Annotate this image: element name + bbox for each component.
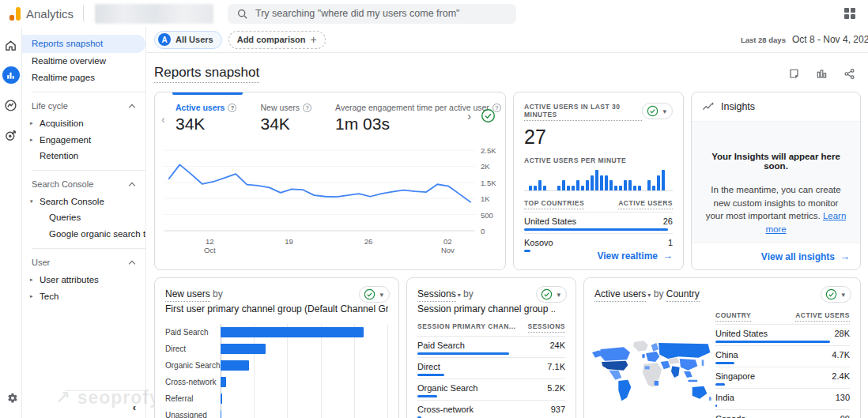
account-switcher-redacted[interactable] xyxy=(95,4,213,24)
sidebar-item-tech[interactable]: ▸Tech xyxy=(22,288,145,304)
caret-down-icon: ▾ xyxy=(647,292,651,299)
sidebar-section-search-console[interactable]: Search Console xyxy=(22,172,145,193)
realtime-minute-bar xyxy=(657,175,660,191)
table-row[interactable]: Paid Search24K xyxy=(417,336,565,357)
search-input[interactable]: Try searching "where did my users come f… xyxy=(228,4,516,24)
hbar-bar[interactable] xyxy=(221,394,222,404)
country-column-header: COUNTRY xyxy=(715,311,751,322)
help-icon[interactable]: ? xyxy=(303,104,311,112)
row-value-bar xyxy=(417,352,509,355)
add-comparison-label: Add comparison xyxy=(237,35,306,44)
row-value-bar xyxy=(715,383,725,386)
table-row[interactable]: United States26 xyxy=(524,212,673,233)
hbar-gridline xyxy=(254,324,255,418)
card-check-dropdown[interactable]: ▾ xyxy=(359,286,390,303)
card-dimension-title[interactable]: First user primary channel group (Defaul… xyxy=(165,302,388,317)
realtime-minute-bar xyxy=(557,186,560,191)
customize-report-icon[interactable] xyxy=(816,68,828,80)
table-row[interactable]: United States28K xyxy=(715,324,850,345)
card-dimension-title[interactable]: Session primary channel group ...▾ xyxy=(417,302,555,317)
realtime-minute-bar xyxy=(538,180,542,190)
hbar-bar[interactable] xyxy=(221,360,249,371)
analytics-app: Analytics Try searching "where did my us… xyxy=(0,0,868,418)
table-row[interactable]: Singapore2.4K xyxy=(715,367,850,388)
realtime-check-dropdown[interactable]: ▾ xyxy=(642,103,673,119)
table-row[interactable]: Cross-network937 xyxy=(417,400,565,418)
apps-grid-icon[interactable] xyxy=(844,8,855,19)
hbar-bar[interactable] xyxy=(221,344,266,354)
check-circle-icon xyxy=(541,288,553,300)
y-axis-tick-label: 1K xyxy=(481,194,490,203)
sidebar-item-realtime-pages[interactable]: Realtime pages xyxy=(22,70,145,86)
table-row[interactable]: Organic Search5.2K xyxy=(417,378,565,400)
sidebar-item-label: Acquisition xyxy=(40,119,84,128)
chevron-up-icon xyxy=(129,182,135,188)
hbar-plot xyxy=(221,324,387,418)
help-icon[interactable]: ? xyxy=(228,104,236,112)
card-check-dropdown[interactable]: ▾ xyxy=(536,286,567,303)
home-icon[interactable] xyxy=(2,36,20,54)
add-comparison-pill[interactable]: Add comparison + xyxy=(228,31,326,49)
table-row[interactable]: Direct7.1K xyxy=(417,357,565,378)
card-metric-title[interactable]: Sessions▾ xyxy=(417,288,461,299)
link-label: View realtime xyxy=(598,250,659,262)
row-label: United States xyxy=(524,217,576,226)
row-value: 4.7K xyxy=(832,350,850,360)
sidebar-item-label: Google organic search traf... xyxy=(49,229,145,239)
data-quality-check-icon[interactable] xyxy=(481,108,496,123)
sidebar-item-reports-snapshot[interactable]: Reports snapshot xyxy=(22,35,145,53)
hbar-bar[interactable] xyxy=(221,327,364,337)
tab-new-users[interactable]: New users? 34K xyxy=(260,103,311,134)
header-divider xyxy=(83,6,84,21)
card-metric-title: New users xyxy=(165,288,210,302)
card-metric-title[interactable]: Active users▾ xyxy=(594,288,651,299)
card-check-dropdown[interactable]: ▾ xyxy=(821,286,851,303)
feedback-icon[interactable] xyxy=(788,68,800,80)
realtime-minute-bar xyxy=(591,175,594,191)
sidebar-divider xyxy=(32,92,145,92)
sidebar-section-user[interactable]: User xyxy=(22,250,145,271)
table-row[interactable]: China4.7K xyxy=(715,345,850,367)
arrow-right-icon: → xyxy=(840,250,850,262)
reports-icon[interactable] xyxy=(2,66,20,84)
sidebar-item-user-attributes[interactable]: ▸User attributes xyxy=(22,271,145,288)
sidebar-item-queries[interactable]: Queries xyxy=(22,209,145,226)
sidebar-item-acquisition[interactable]: ▸Acquisition xyxy=(22,115,145,131)
tab-active-users[interactable]: Active users? 34K xyxy=(175,103,236,134)
all-users-pill[interactable]: A All Users xyxy=(154,31,222,49)
card-dimension-title[interactable]: Country xyxy=(666,288,700,302)
sidebar-item-label: Realtime pages xyxy=(32,73,95,82)
x-axis-tick-label: 02Nov xyxy=(441,237,455,255)
sidebar-item-realtime-overview[interactable]: Realtime overview xyxy=(22,53,145,70)
row-value: 2.4K xyxy=(832,371,850,381)
tabs-scroll-right-icon[interactable]: › xyxy=(467,110,471,122)
view-realtime-link[interactable]: View realtime → xyxy=(598,250,674,262)
table-row[interactable]: Canada99 xyxy=(715,409,850,418)
caret-down-icon: ▾ xyxy=(458,292,461,299)
realtime-bars xyxy=(524,168,673,191)
sidebar-item-retention[interactable]: Retention xyxy=(22,148,145,164)
explore-icon[interactable] xyxy=(2,96,20,114)
comparison-avatar: A xyxy=(158,33,171,46)
link-label: View all insights xyxy=(761,251,835,262)
insights-card: Insights Your Insights will appear here … xyxy=(691,92,861,270)
table-row[interactable]: India130 xyxy=(715,388,850,409)
hbar-bar[interactable] xyxy=(221,377,226,387)
hbar-bar[interactable] xyxy=(221,410,221,418)
tabs-scroll-left-icon[interactable]: ‹ xyxy=(161,113,165,126)
sidebar-item-search-console[interactable]: ▾Search Console xyxy=(22,193,145,209)
sidebar-item-google-organic-search[interactable]: Google organic search traf... xyxy=(22,226,145,243)
view-all-insights-link[interactable]: View all insights → xyxy=(761,250,850,262)
sidebar-section-life-cycle[interactable]: Life cycle xyxy=(22,94,145,115)
title-by: by xyxy=(213,288,223,299)
row-value-bar xyxy=(715,405,717,407)
share-icon[interactable] xyxy=(843,68,855,80)
collapse-sidebar-icon[interactable]: ‹ xyxy=(133,401,136,413)
metric-label: New users xyxy=(260,103,300,112)
row-value: 24K xyxy=(549,341,565,350)
admin-gear-icon[interactable] xyxy=(4,390,21,407)
sessions-rows: Paid Search24KDirect7.1KOrganic Search5.… xyxy=(417,336,565,418)
advertising-icon[interactable] xyxy=(2,126,20,144)
date-range-picker[interactable]: Last 28 days Oct 8 - Nov 4, 2024 xyxy=(741,34,868,45)
sidebar-item-engagement[interactable]: ▸Engagement xyxy=(22,131,145,148)
